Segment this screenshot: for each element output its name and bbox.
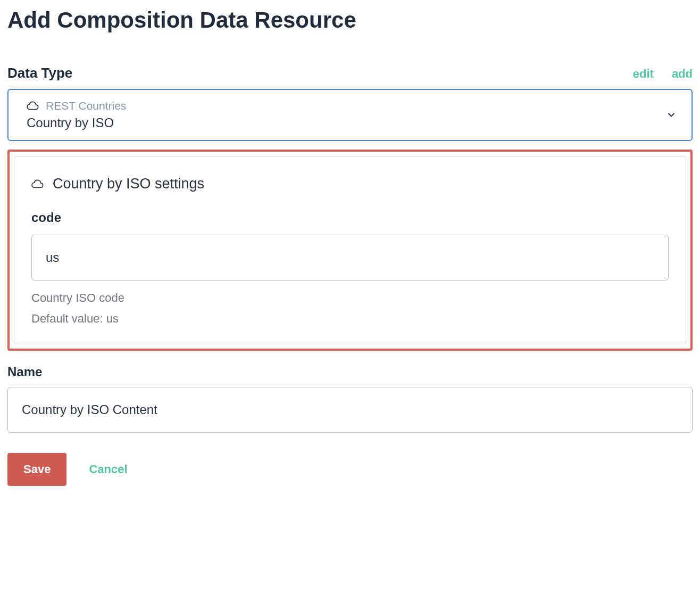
data-type-source-text: REST Countries: [46, 100, 126, 112]
data-type-select-content: REST Countries Country by ISO: [27, 100, 126, 130]
code-help-2: Default value: us: [31, 309, 669, 328]
data-type-select[interactable]: REST Countries Country by ISO: [7, 89, 693, 141]
add-button[interactable]: add: [672, 67, 693, 81]
code-input[interactable]: [31, 235, 669, 280]
code-field: code Country ISO code Default value: us: [31, 210, 669, 329]
button-row: Save Cancel: [7, 453, 693, 486]
cloud-icon: [27, 101, 40, 111]
settings-highlight: Country by ISO settings code Country ISO…: [7, 150, 693, 351]
settings-panel: Country by ISO settings code Country ISO…: [14, 156, 686, 344]
cloud-icon: [31, 179, 45, 189]
settings-title-text: Country by ISO settings: [53, 176, 204, 192]
data-type-label: Data Type: [7, 65, 72, 81]
edit-button[interactable]: edit: [633, 67, 654, 81]
data-type-header: Data Type edit add: [7, 65, 693, 81]
name-input[interactable]: [7, 387, 693, 433]
page-title: Add Composition Data Resource: [7, 7, 693, 33]
data-type-source: REST Countries: [27, 100, 126, 112]
code-label: code: [31, 210, 669, 225]
name-section: Name: [7, 365, 693, 433]
code-help-1: Country ISO code: [31, 288, 669, 308]
data-type-actions: edit add: [633, 67, 693, 81]
settings-title: Country by ISO settings: [31, 176, 669, 192]
data-type-value: Country by ISO: [27, 115, 126, 130]
name-label: Name: [7, 365, 693, 379]
save-button[interactable]: Save: [7, 453, 66, 486]
chevron-down-icon: [666, 110, 677, 120]
cancel-button[interactable]: Cancel: [89, 462, 127, 476]
